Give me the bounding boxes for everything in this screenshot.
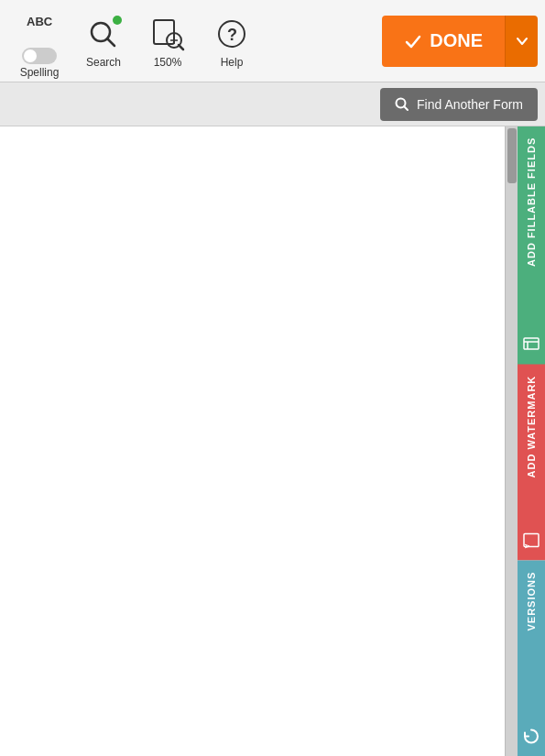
zoom-icon (147, 14, 188, 54)
spelling-label: Spelling (20, 66, 60, 79)
svg-line-11 (404, 106, 408, 110)
search-label: Search (86, 56, 121, 69)
add-fillable-fields-panel[interactable]: ADD FILLABLE FIELDS (518, 126, 545, 365)
svg-rect-12 (524, 338, 539, 349)
help-icon: ? (212, 14, 252, 54)
scroll-thumb[interactable] (507, 128, 517, 183)
svg-text:?: ? (227, 26, 237, 44)
fillable-fields-label: ADD FILLABLE FIELDS (526, 137, 537, 267)
main-toolbar: ABC Spelling Search 150% (0, 0, 545, 82)
done-label: DONE (430, 30, 483, 51)
svg-text:ABC: ABC (27, 15, 53, 28)
spelling-toggle[interactable] (22, 48, 57, 64)
add-watermark-panel[interactable]: A ADD WATERMARK (518, 365, 545, 561)
scroll-track[interactable] (505, 126, 518, 756)
document-canvas (0, 126, 505, 756)
svg-text:A: A (524, 544, 530, 550)
done-button-group[interactable]: DONE (382, 16, 538, 67)
svg-line-5 (179, 45, 183, 49)
side-panels: ADD FILLABLE FIELDS A ADD WATERMARK VERS… (518, 126, 545, 756)
versions-panel[interactable]: VERSIONS (518, 561, 545, 757)
search-icon-wrapper (83, 14, 124, 54)
done-button[interactable]: DONE (382, 16, 505, 67)
sub-toolbar: Find Another Form (0, 82, 545, 126)
svg-line-2 (107, 38, 114, 46)
spelling-tool[interactable]: ABC Spelling (7, 0, 71, 84)
zoom-tool[interactable]: 150% (136, 8, 200, 74)
find-another-form-label: Find Another Form (417, 97, 523, 112)
watermark-label: ADD WATERMARK (526, 376, 537, 478)
search-tool[interactable]: Search (71, 8, 136, 74)
help-tool[interactable]: ? Help (200, 8, 264, 74)
spelling-icon: ABC (19, 4, 60, 44)
help-label: Help (221, 56, 244, 69)
done-dropdown-button[interactable] (505, 16, 538, 67)
find-another-form-button[interactable]: Find Another Form (380, 88, 538, 121)
main-area: ADD FILLABLE FIELDS A ADD WATERMARK VERS… (0, 126, 545, 756)
zoom-label: 150% (154, 56, 182, 69)
versions-label: VERSIONS (526, 572, 537, 631)
search-active-dot (113, 16, 122, 25)
